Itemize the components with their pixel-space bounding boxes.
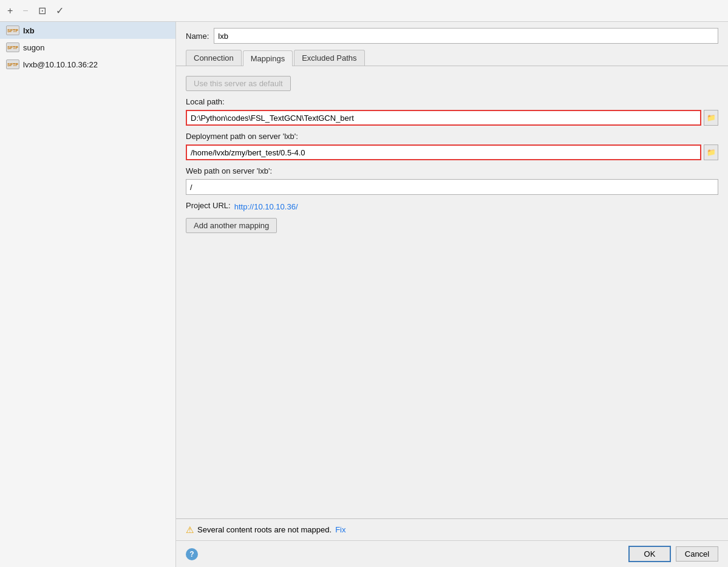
copy-button[interactable]: ⊡: [36, 4, 49, 18]
project-url-link[interactable]: http://10.10.10.36/: [234, 202, 298, 211]
deployment-path-section: Deployment path on server 'lxb': 📁: [186, 132, 718, 160]
use-default-button[interactable]: Use this server as default: [186, 76, 291, 91]
local-path-browse-button[interactable]: 📁: [704, 110, 718, 126]
local-path-label: Local path:: [186, 97, 718, 106]
cancel-button[interactable]: Cancel: [676, 546, 718, 562]
sftp-icon-lxb: SFTP: [6, 25, 19, 35]
sidebar-item-lvxb[interactable]: SFTPlvxb@10.10.10.36:22: [0, 56, 175, 73]
local-path-section: Local path: 📁: [186, 97, 718, 126]
fix-link[interactable]: Fix: [335, 525, 345, 534]
project-url-label: Project URL:: [186, 201, 231, 210]
warning-icon: ⚠: [186, 525, 194, 535]
main-container: SFTPlxbSFTPsugonSFTPlvxb@10.10.10.36:22 …: [0, 22, 728, 567]
help-button[interactable]: ?: [186, 548, 198, 560]
content-area: Use this server as default Local path: 📁…: [176, 66, 728, 518]
tab-connection[interactable]: Connection: [186, 50, 242, 66]
bottom-buttons: ? OK Cancel: [176, 540, 728, 567]
name-label: Name:: [186, 32, 209, 41]
status-bar: ⚠ Several content roots are not mapped. …: [176, 518, 728, 540]
web-path-section: Web path on server 'lxb':: [186, 166, 718, 195]
add-button[interactable]: +: [5, 4, 15, 18]
sidebar: SFTPlxbSFTPsugonSFTPlvxb@10.10.10.36:22: [0, 22, 176, 567]
sidebar-item-label-lvxb: lvxb@10.10.10.36:22: [23, 60, 98, 69]
deployment-path-input[interactable]: [186, 144, 701, 160]
use-default-button-wrapper: Use this server as default: [186, 76, 718, 91]
tab-mappings[interactable]: Mappings: [243, 50, 293, 66]
name-row: Name:: [176, 22, 728, 47]
web-path-row: [186, 179, 718, 195]
remove-button[interactable]: −: [20, 4, 30, 18]
sftp-icon-lvxb: SFTP: [6, 59, 19, 69]
deployment-path-row: 📁: [186, 144, 718, 160]
apply-button[interactable]: ✓: [53, 4, 66, 18]
add-mapping-button[interactable]: Add another mapping: [186, 218, 277, 233]
deployment-path-browse-button[interactable]: 📁: [704, 144, 718, 160]
browse-icon-2: 📁: [707, 148, 716, 157]
sidebar-item-label-lxb: lxb: [23, 26, 35, 35]
sftp-icon-sugon: SFTP: [6, 42, 19, 52]
web-path-input[interactable]: [186, 179, 718, 195]
right-panel: Name: Connection Mappings Excluded Paths…: [176, 22, 728, 567]
sidebar-item-lxb[interactable]: SFTPlxb: [0, 22, 175, 39]
toolbar: + − ⊡ ✓: [0, 0, 728, 22]
web-path-label: Web path on server 'lxb':: [186, 166, 718, 175]
local-path-input[interactable]: [186, 110, 701, 126]
sidebar-item-sugon[interactable]: SFTPsugon: [0, 39, 175, 56]
sidebar-item-label-sugon: sugon: [23, 43, 44, 52]
local-path-row: 📁: [186, 110, 718, 126]
status-text: Several content roots are not mapped.: [197, 525, 332, 534]
project-url-row: Project URL: http://10.10.10.36/: [186, 201, 718, 212]
ok-button[interactable]: OK: [628, 546, 671, 562]
tab-excluded-paths[interactable]: Excluded Paths: [294, 50, 364, 66]
add-mapping-wrapper: Add another mapping: [186, 218, 718, 233]
browse-icon: 📁: [707, 114, 716, 122]
deployment-path-label: Deployment path on server 'lxb':: [186, 132, 718, 141]
tabs-bar: Connection Mappings Excluded Paths: [176, 47, 728, 66]
name-input[interactable]: [214, 28, 718, 44]
